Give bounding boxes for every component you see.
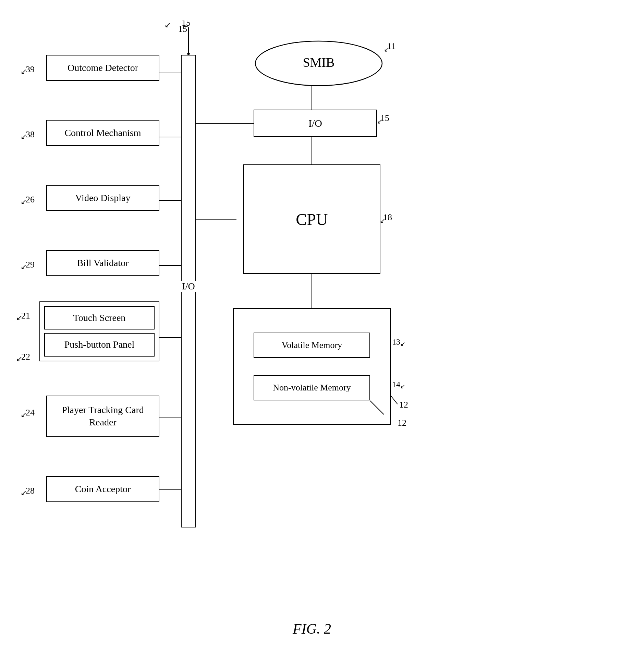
touch-screen-label: Touch Screen [73, 312, 126, 323]
ref-12: 12 [398, 418, 406, 428]
video-display-box: Video Display [46, 185, 159, 211]
svg-text:12: 12 [399, 400, 408, 410]
ref-28: 28 [26, 486, 35, 496]
ref-39: 39 [26, 64, 35, 75]
bus-to-io-connector [196, 123, 254, 124]
ref-28-arrow: ↙ [21, 488, 27, 497]
ref-22-arrow: ↙ [16, 354, 22, 363]
touch-screen-box: Touch Screen [44, 306, 155, 329]
ref-21-arrow: ↙ [16, 313, 22, 322]
ref-26: 26 [26, 195, 35, 205]
memory-container: Volatile Memory 13 ↙ Non-volatile Memory… [233, 308, 391, 425]
coin-acceptor-box: Coin Acceptor [46, 476, 159, 502]
nonvolatile-memory-label: Non-volatile Memory [273, 383, 351, 393]
volatile-memory-label: Volatile Memory [282, 340, 342, 350]
ref-14-arrow: ↙ [400, 383, 405, 390]
smib-text: SMIB [303, 55, 335, 70]
player-tracking-box: Player Tracking Card Reader [46, 396, 159, 437]
control-mechanism-wrapper: 38 ↙ Control Mechanism [46, 120, 159, 156]
right-connections [219, 21, 425, 569]
coin-acceptor-wrapper: 28 ↙ Coin Acceptor [46, 476, 159, 512]
figure-caption: FIG. 2 [293, 621, 331, 637]
ref-26-arrow: ↙ [21, 197, 27, 206]
outcome-detector-label: Outcome Detector [68, 62, 138, 73]
ref-24: 24 [26, 408, 35, 418]
smib-svg: SMIB [254, 39, 384, 87]
ref-38-arrow: ↙ [21, 132, 27, 141]
ref-18-arrow: ↙ [380, 216, 386, 225]
bill-validator-wrapper: 29 ↙ Bill Validator [46, 250, 159, 286]
cpu-label: CPU [296, 210, 328, 229]
diagram: 15 12 15 ↙ [14, 21, 610, 644]
input-group-wrapper: 21 ↙ Touch Screen 22 ↙ Push-button Panel [39, 301, 159, 361]
io-right-box: I/O [254, 110, 377, 137]
control-mechanism-box: Control Mechanism [46, 120, 159, 146]
ref-15-top: 15 [178, 24, 187, 34]
pushbutton-panel-box: Push-button Panel [44, 333, 155, 356]
coin-acceptor-label: Coin Acceptor [75, 484, 131, 494]
volatile-memory-box: Volatile Memory 13 ↙ [254, 333, 370, 358]
ref-13-arrow: ↙ [400, 340, 405, 348]
cpu-box: CPU [243, 164, 380, 274]
ref-13: 13 [392, 337, 400, 347]
ref-24-arrow: ↙ [21, 410, 27, 419]
ref-11-arrow: ↙ [384, 45, 390, 53]
ref-38: 38 [26, 129, 35, 140]
ref-29-arrow: ↙ [21, 262, 27, 271]
player-tracking-label: Player Tracking Card Reader [62, 405, 144, 427]
ref-21: 21 [21, 311, 30, 321]
nonvolatile-memory-box: Non-volatile Memory 14 ↙ [254, 375, 370, 400]
bill-validator-box: Bill Validator [46, 250, 159, 276]
video-display-label: Video Display [75, 192, 131, 203]
io-right-label: I/O [308, 117, 322, 129]
outcome-detector-wrapper: 39 ↙ Outcome Detector [46, 55, 159, 91]
ref-22: 22 [21, 352, 30, 362]
video-display-wrapper: 26 ↙ Video Display [46, 185, 159, 221]
bill-validator-label: Bill Validator [77, 258, 129, 268]
outcome-detector-box: Outcome Detector [46, 55, 159, 81]
io-bus-label: I/O [177, 281, 200, 292]
ref-15-arrow: ↙ [164, 21, 171, 29]
pushbutton-panel-label: Push-button Panel [64, 339, 135, 350]
ref-39-arrow: ↙ [21, 67, 27, 76]
ref-15-right-arrow: ↙ [377, 117, 383, 125]
control-mechanism-label: Control Mechanism [64, 127, 141, 138]
ref-29: 29 [26, 260, 35, 270]
player-tracking-wrapper: 24 ↙ Player Tracking Card Reader [46, 396, 159, 447]
ref-14: 14 [392, 379, 400, 390]
